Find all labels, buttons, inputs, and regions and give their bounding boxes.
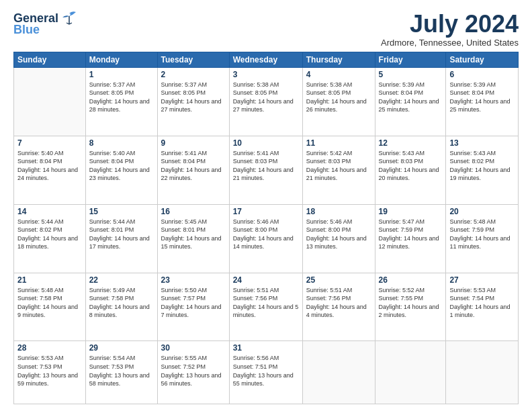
day-info: Sunrise: 5:42 AM Sunset: 8:03 PM Dayligh… — [306, 149, 371, 183]
day-info: Sunrise: 5:51 AM Sunset: 7:56 PM Dayligh… — [306, 286, 371, 320]
table-row: 1Sunrise: 5:37 AM Sunset: 8:05 PM Daylig… — [85, 67, 157, 136]
table-row: 9Sunrise: 5:41 AM Sunset: 8:04 PM Daylig… — [157, 136, 229, 204]
day-info: Sunrise: 5:40 AM Sunset: 8:04 PM Dayligh… — [89, 149, 154, 183]
table-row: 12Sunrise: 5:43 AM Sunset: 8:03 PM Dayli… — [375, 136, 446, 204]
table-row: 4Sunrise: 5:38 AM Sunset: 8:05 PM Daylig… — [302, 67, 375, 136]
day-info: Sunrise: 5:38 AM Sunset: 8:05 PM Dayligh… — [233, 81, 299, 114]
day-info: Sunrise: 5:48 AM Sunset: 7:59 PM Dayligh… — [449, 218, 515, 251]
day-info: Sunrise: 5:46 AM Sunset: 8:00 PM Dayligh… — [306, 218, 371, 251]
table-row: 5Sunrise: 5:39 AM Sunset: 8:04 PM Daylig… — [375, 67, 446, 136]
table-row: 15Sunrise: 5:44 AM Sunset: 8:01 PM Dayli… — [85, 204, 157, 273]
col-wednesday: Wednesday — [229, 52, 302, 67]
day-info: Sunrise: 5:55 AM Sunset: 7:52 PM Dayligh… — [161, 354, 226, 387]
table-row: 27Sunrise: 5:53 AM Sunset: 7:54 PM Dayli… — [446, 273, 519, 341]
day-number: 29 — [89, 343, 154, 353]
day-info: Sunrise: 5:39 AM Sunset: 8:04 PM Dayligh… — [379, 81, 443, 114]
day-number: 20 — [449, 207, 515, 216]
day-number: 19 — [379, 207, 443, 216]
table-row: 17Sunrise: 5:46 AM Sunset: 8:00 PM Dayli… — [229, 204, 302, 273]
table-row — [302, 341, 375, 404]
page: General Blue July 2024 Ardmore, Tennesse… — [0, 0, 532, 411]
header: General Blue July 2024 Ardmore, Tennesse… — [13, 11, 519, 48]
table-row: 26Sunrise: 5:52 AM Sunset: 7:55 PM Dayli… — [375, 273, 446, 341]
table-row: 25Sunrise: 5:51 AM Sunset: 7:56 PM Dayli… — [302, 273, 375, 341]
day-info: Sunrise: 5:44 AM Sunset: 8:01 PM Dayligh… — [89, 218, 154, 251]
table-row: 28Sunrise: 5:53 AM Sunset: 7:53 PM Dayli… — [14, 341, 86, 404]
table-row: 6Sunrise: 5:39 AM Sunset: 8:04 PM Daylig… — [446, 67, 519, 136]
table-row: 10Sunrise: 5:41 AM Sunset: 8:03 PM Dayli… — [229, 136, 302, 204]
table-row: 18Sunrise: 5:46 AM Sunset: 8:00 PM Dayli… — [302, 204, 375, 273]
table-row: 30Sunrise: 5:55 AM Sunset: 7:52 PM Dayli… — [157, 341, 229, 404]
title-area: July 2024 Ardmore, Tennessee, United Sta… — [381, 11, 519, 48]
day-number: 26 — [379, 275, 443, 285]
day-number: 15 — [89, 207, 154, 216]
day-info: Sunrise: 5:45 AM Sunset: 8:01 PM Dayligh… — [161, 218, 226, 251]
day-number: 22 — [89, 275, 154, 285]
day-info: Sunrise: 5:44 AM Sunset: 8:02 PM Dayligh… — [17, 218, 82, 251]
table-row: 2Sunrise: 5:37 AM Sunset: 8:05 PM Daylig… — [157, 67, 229, 136]
day-number: 17 — [233, 207, 299, 216]
day-info: Sunrise: 5:53 AM Sunset: 7:54 PM Dayligh… — [449, 286, 515, 320]
col-tuesday: Tuesday — [157, 52, 229, 67]
day-number: 14 — [17, 207, 82, 216]
day-number: 3 — [233, 70, 299, 79]
table-row: 8Sunrise: 5:40 AM Sunset: 8:04 PM Daylig… — [85, 136, 157, 204]
table-row: 7Sunrise: 5:40 AM Sunset: 8:04 PM Daylig… — [14, 136, 86, 204]
day-number: 9 — [161, 138, 226, 148]
table-row: 29Sunrise: 5:54 AM Sunset: 7:53 PM Dayli… — [85, 341, 157, 404]
col-monday: Monday — [85, 52, 157, 67]
table-row: 13Sunrise: 5:43 AM Sunset: 8:02 PM Dayli… — [446, 136, 519, 204]
table-row: 3Sunrise: 5:38 AM Sunset: 8:05 PM Daylig… — [229, 67, 302, 136]
day-info: Sunrise: 5:47 AM Sunset: 7:59 PM Dayligh… — [379, 218, 443, 251]
day-info: Sunrise: 5:53 AM Sunset: 7:53 PM Dayligh… — [17, 354, 82, 387]
day-number: 21 — [17, 275, 82, 285]
day-info: Sunrise: 5:39 AM Sunset: 8:04 PM Dayligh… — [449, 81, 515, 114]
col-thursday: Thursday — [302, 52, 375, 67]
table-row: 24Sunrise: 5:51 AM Sunset: 7:56 PM Dayli… — [229, 273, 302, 341]
logo: General Blue — [13, 11, 79, 37]
table-row: 20Sunrise: 5:48 AM Sunset: 7:59 PM Dayli… — [446, 204, 519, 273]
day-number: 25 — [306, 275, 371, 285]
table-row — [14, 67, 86, 136]
day-info: Sunrise: 5:41 AM Sunset: 8:04 PM Dayligh… — [161, 149, 226, 183]
day-number: 27 — [449, 275, 515, 285]
day-number: 4 — [306, 70, 371, 79]
table-row: 19Sunrise: 5:47 AM Sunset: 7:59 PM Dayli… — [375, 204, 446, 273]
day-number: 13 — [449, 138, 515, 148]
day-number: 12 — [379, 138, 443, 148]
col-saturday: Saturday — [446, 52, 519, 67]
table-row: 11Sunrise: 5:42 AM Sunset: 8:03 PM Dayli… — [302, 136, 375, 204]
day-number: 28 — [17, 343, 82, 353]
day-info: Sunrise: 5:37 AM Sunset: 8:05 PM Dayligh… — [89, 81, 154, 114]
day-info: Sunrise: 5:52 AM Sunset: 7:55 PM Dayligh… — [379, 286, 443, 320]
day-number: 30 — [161, 343, 226, 353]
location: Ardmore, Tennessee, United States — [381, 38, 519, 48]
table-row: 16Sunrise: 5:45 AM Sunset: 8:01 PM Dayli… — [157, 204, 229, 273]
month-title: July 2024 — [381, 11, 519, 38]
col-friday: Friday — [375, 52, 446, 67]
day-number: 11 — [306, 138, 371, 148]
day-info: Sunrise: 5:37 AM Sunset: 8:05 PM Dayligh… — [161, 81, 226, 114]
day-number: 18 — [306, 207, 371, 216]
day-number: 6 — [449, 70, 515, 79]
day-info: Sunrise: 5:49 AM Sunset: 7:58 PM Dayligh… — [89, 286, 154, 320]
day-info: Sunrise: 5:46 AM Sunset: 8:00 PM Dayligh… — [233, 218, 299, 251]
day-info: Sunrise: 5:56 AM Sunset: 7:51 PM Dayligh… — [233, 354, 299, 387]
day-number: 1 — [89, 70, 154, 79]
day-info: Sunrise: 5:51 AM Sunset: 7:56 PM Dayligh… — [233, 286, 299, 320]
day-number: 16 — [161, 207, 226, 216]
table-row: 31Sunrise: 5:56 AM Sunset: 7:51 PM Dayli… — [229, 341, 302, 404]
day-info: Sunrise: 5:50 AM Sunset: 7:57 PM Dayligh… — [161, 286, 226, 320]
day-info: Sunrise: 5:38 AM Sunset: 8:05 PM Dayligh… — [306, 81, 371, 114]
table-row — [446, 341, 519, 404]
table-row: 23Sunrise: 5:50 AM Sunset: 7:57 PM Dayli… — [157, 273, 229, 341]
header-row: Sunday Monday Tuesday Wednesday Thursday… — [14, 52, 519, 67]
table-row: 14Sunrise: 5:44 AM Sunset: 8:02 PM Dayli… — [14, 204, 86, 273]
day-info: Sunrise: 5:43 AM Sunset: 8:02 PM Dayligh… — [449, 149, 515, 183]
col-sunday: Sunday — [14, 52, 86, 67]
table-row — [375, 341, 446, 404]
calendar-table: Sunday Monday Tuesday Wednesday Thursday… — [13, 52, 519, 404]
day-number: 8 — [89, 138, 154, 148]
day-number: 31 — [233, 343, 299, 353]
table-row: 22Sunrise: 5:49 AM Sunset: 7:58 PM Dayli… — [85, 273, 157, 341]
